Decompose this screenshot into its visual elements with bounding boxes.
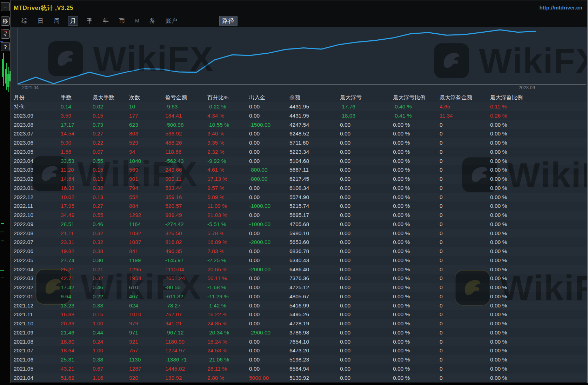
table-cell: 816.82 [165, 238, 207, 247]
table-cell: 1180.90 [165, 337, 207, 346]
column-header: 百分比% [207, 93, 249, 102]
menu-item-周[interactable]: 周 [52, 16, 61, 26]
menu-item-季[interactable]: 季 [85, 16, 94, 26]
table-cell: 0.00 [340, 120, 393, 130]
table-row: 2023.0433.530.551040-562.43-9.92 %0.0051… [11, 157, 588, 166]
table-row: 2021.0818.800.249211180.9018.24 %0.00765… [11, 337, 588, 346]
table-cell: 17.17 [61, 120, 93, 130]
table-cell: 2023.07 [14, 129, 61, 138]
table-row: 2023.051.560.0794118.662.32 %0.005223.34… [11, 147, 588, 157]
table-cell: 6217.45 [289, 174, 340, 184]
table-cell: 25.21 [61, 265, 93, 274]
table-cell: 56.11 % [207, 274, 249, 283]
table-cell: 5.78 % [207, 229, 249, 238]
table-cell: 5104.68 [289, 157, 340, 166]
table-cell: 2021.08 [14, 337, 61, 346]
table-cell: 0.00 % [490, 193, 588, 202]
table-cell: -145.97 [165, 256, 207, 265]
minimize-button[interactable]: − [1, 2, 10, 11]
title-bar: MTDriver统计 ,V3.25 http://mtdriver.cn [11, 0, 587, 15]
menu-item-备[interactable]: 备 [148, 16, 157, 26]
menu-item-币[interactable]: 币 [117, 16, 127, 26]
table-cell: 0.00 [340, 201, 393, 211]
table-cell: 0.00 % [490, 229, 588, 238]
total-row: 合计630.0711422.32233.48 %-7000.00-18.03-0… [11, 382, 588, 383]
table-cell: 0.00 % [490, 238, 588, 247]
table-cell: 0.00 [249, 292, 289, 301]
table-cell: 2651.24 [165, 274, 207, 283]
table-cell: 2023.01 [14, 184, 61, 193]
table-cell: 0.00 % [490, 147, 588, 157]
equity-chart: 2021.04 2023.09 [11, 27, 588, 92]
table-cell: 2021.09 [14, 328, 61, 337]
table-cell: 5980.10 [289, 229, 340, 238]
table-cell: 2022.03 [14, 274, 61, 283]
table-cell: 2023.08 [14, 120, 61, 130]
table-cell: 0 [440, 138, 490, 147]
table-cell: 0.00 % [490, 355, 588, 364]
table-cell: 2021.12 [14, 301, 61, 310]
table-cell: 23.31 [61, 238, 93, 247]
table-cell: 0.00 [249, 247, 289, 256]
table-cell: 0.00 [340, 129, 393, 138]
table-cell: -967.12 [165, 328, 207, 337]
table-cell: 533.44 [165, 184, 207, 193]
table-cell: 0.00 % [490, 184, 588, 193]
menu-item-日[interactable]: 日 [36, 16, 45, 26]
table-cell: 持仓 [14, 102, 61, 111]
table-row: 2021.1020.391.00979941.2124.85 %0.004728… [11, 319, 588, 328]
check-button[interactable]: √ [1, 29, 10, 39]
table-cell: 11422.32 [165, 382, 207, 383]
table-cell: 0 [440, 211, 490, 220]
table-cell: 0.00 [249, 337, 289, 346]
table-cell: 2023.05 [14, 147, 61, 157]
table-cell: 2.80 % [207, 373, 249, 383]
table-cell: 2023.03 [14, 165, 61, 174]
column-header: 余额 [289, 93, 340, 102]
table-cell: 0 [440, 301, 490, 310]
table-cell: 0 [440, 274, 490, 283]
table-cell: 0.00 [249, 211, 289, 220]
table-cell: 0.00 % [490, 129, 588, 138]
table-cell: 0 [440, 174, 490, 184]
table-cell: 5215.74 [289, 201, 340, 211]
table-cell: 569 [129, 165, 165, 174]
table-row: 2023.0116.330.32794533.449.57 %0.006108.… [11, 184, 588, 193]
table-cell: 5139.92 [289, 373, 340, 383]
table-cell: 合计 [14, 382, 61, 383]
menu-item-月[interactable]: 月 [68, 16, 78, 26]
help-button[interactable]: ? [1, 42, 10, 51]
table-cell: 1274.97 [165, 346, 207, 355]
menu-item-M[interactable]: M [133, 17, 141, 24]
table-cell: 0.00 % [490, 165, 588, 174]
table-cell: 9.90 [61, 138, 93, 147]
table-cell: 0.00 % [393, 120, 440, 130]
table-cell: -2000.00 [249, 238, 289, 247]
table-cell: -611.32 [165, 292, 207, 301]
menu-item-年[interactable]: 年 [101, 16, 111, 26]
table-cell: 0.00 % [393, 355, 440, 364]
table-cell: 0.00 % [490, 319, 588, 328]
table-cell: 1.00 [93, 319, 129, 328]
table-cell: 0.00 [340, 310, 393, 319]
menu-item-账户[interactable]: 账户 [164, 16, 179, 26]
table-cell: 28.51 [61, 220, 93, 229]
table-cell: 5000.00 [249, 373, 289, 383]
table-cell: 496.35 [165, 247, 207, 256]
table-cell: 118.66 [165, 147, 207, 157]
table-cell: 0.22 [93, 292, 129, 301]
menu-item-综[interactable]: 综 [20, 16, 29, 26]
table-cell: 1110.04 [165, 265, 207, 274]
vendor-url-link[interactable]: http://mtdriver.cn [539, 5, 582, 11]
table-cell: -20.34 % [207, 328, 249, 337]
table-cell: -562.43 [165, 157, 207, 166]
table-cell: 9.64 [61, 292, 93, 301]
table-cell: 0.00 [340, 157, 393, 166]
table-cell: 0 [440, 120, 490, 130]
move-button[interactable]: 移 [1, 16, 10, 26]
table-cell: 0.00 % [393, 256, 440, 265]
table-cell: 552 [129, 193, 165, 202]
table-cell: 2021.10 [14, 319, 61, 328]
menu-item-路径[interactable]: 路径 [219, 16, 238, 26]
table-cell: 34.49 [61, 211, 93, 220]
